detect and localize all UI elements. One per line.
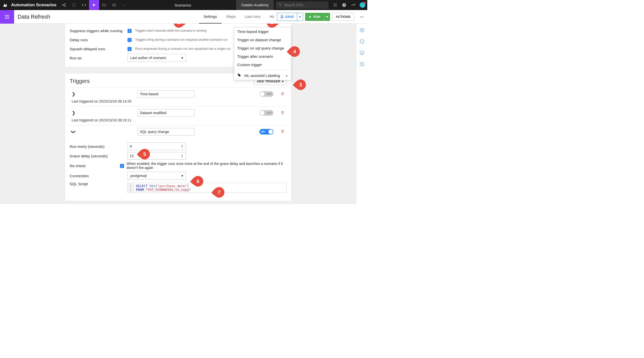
caret-down-icon: ▾	[181, 56, 183, 60]
stepper-icon[interactable]: ▲▼	[181, 154, 185, 158]
delete-trigger-button[interactable]	[278, 111, 287, 115]
tab-history[interactable]: History	[265, 10, 274, 24]
center-nav[interactable]: Scenarios	[129, 3, 236, 7]
back-arrow-icon[interactable]: ←	[357, 14, 367, 20]
project-name[interactable]: Automation Scenarios	[10, 3, 59, 8]
add-trigger-dropdown: Time-based trigger Trigger on dataset ch…	[234, 27, 291, 80]
right-rail	[356, 24, 367, 204]
run-every-input[interactable]: 9▲▼	[128, 143, 186, 150]
info-circle-icon[interactable]	[359, 39, 365, 45]
play-icon[interactable]	[89, 0, 99, 10]
trigger-name-input[interactable]: SQL query change	[138, 128, 194, 136]
suppress-help: Triggers don't execute while the scenari…	[135, 29, 207, 32]
trigger-row: ❯ Time-based OFF Last triggered on 2023/…	[70, 87, 287, 106]
trigger-toggle[interactable]: OFF	[259, 91, 273, 97]
dataiku-logo[interactable]	[0, 3, 10, 8]
delete-trigger-button[interactable]	[278, 92, 287, 96]
code-icon[interactable]	[79, 0, 89, 10]
main: Suppress triggers while running ✓ Trigge…	[0, 24, 367, 204]
tab-steps[interactable]: Steps	[222, 10, 240, 24]
trend-icon[interactable]	[349, 3, 358, 7]
help-icon[interactable]: ?	[340, 3, 349, 7]
folder-icon[interactable]	[99, 0, 109, 10]
svg-point-7	[335, 4, 336, 4]
tab-settings[interactable]: Settings	[199, 10, 222, 24]
callout-4: 4	[289, 46, 300, 57]
callout-5: 5	[139, 149, 150, 159]
scenarios-list-icon[interactable]	[0, 10, 14, 24]
flow-icon[interactable]	[69, 0, 79, 10]
tags-icon	[237, 73, 241, 78]
delete-trigger-button[interactable]	[278, 130, 287, 134]
last-triggered-text: Last triggered on 2023/10/16 08:14:25	[70, 98, 287, 104]
academy-label[interactable]: Dataiku Academy	[236, 0, 274, 10]
trigger-name-input[interactable]: Dataset modified	[138, 109, 194, 117]
trigger-toggle[interactable]: ON	[259, 129, 273, 135]
triggers-title: Triggers	[70, 78, 90, 84]
squash-checkbox[interactable]: ✓	[128, 47, 132, 51]
runas-select[interactable]: Last author of scenario▾	[128, 54, 186, 62]
stepper-icon[interactable]: ▲▼	[181, 144, 185, 148]
svg-point-3	[72, 4, 75, 7]
chat-circle-icon[interactable]	[359, 50, 365, 57]
trigger-row: ❯ Dataset modified OFF Last triggered on…	[70, 106, 287, 125]
expand-icon[interactable]: ❯	[70, 110, 77, 116]
tab-last-runs[interactable]: Last runs	[240, 10, 265, 24]
chevron-right-icon: ▸	[286, 73, 288, 78]
dropdown-ml-labeling[interactable]: ML-assisted Labeling ▸	[234, 71, 291, 80]
squash-help: Runs enqueued during a scenario run are …	[135, 47, 231, 51]
callout-6: 6	[193, 176, 203, 187]
suppress-label: Suppress triggers while running	[70, 29, 128, 33]
svg-text:?: ?	[343, 4, 345, 7]
collapse-icon[interactable]: ❯	[71, 128, 76, 136]
delay-checkbox[interactable]: ✓	[128, 38, 132, 42]
svg-point-8	[336, 4, 337, 4]
user-avatar[interactable]	[360, 2, 365, 8]
sql-script-label: SQL Script	[70, 182, 127, 186]
run-button[interactable]: RUN ▾	[305, 13, 330, 21]
dropdown-custom[interactable]: Custom trigger	[234, 61, 291, 69]
run-caret[interactable]: ▾	[324, 13, 330, 21]
svg-point-14	[336, 6, 337, 7]
apps-icon[interactable]	[331, 3, 340, 7]
recheck-label: Re-check	[70, 164, 120, 168]
svg-rect-4	[113, 4, 116, 6]
add-circle-icon[interactable]	[359, 28, 365, 34]
svg-point-10	[335, 5, 336, 6]
runas-label: Run as	[70, 56, 128, 60]
share-icon[interactable]	[59, 0, 69, 10]
dropdown-after-scenario[interactable]: Trigger after scenario	[234, 52, 291, 61]
run-every-label: Run every (seconds)	[70, 144, 128, 149]
suppress-checkbox[interactable]: ✓	[128, 29, 132, 33]
svg-point-1	[65, 4, 65, 4]
save-caret[interactable]: ▾	[297, 13, 303, 21]
dropdown-time-based[interactable]: Time-based trigger	[234, 27, 291, 36]
dropdown-sql-change[interactable]: Trigger on sql query change	[234, 44, 291, 52]
last-triggered-text: Last triggered on 2023/10/16 08:19:11	[70, 117, 287, 123]
svg-point-5	[279, 4, 281, 6]
svg-point-11	[336, 5, 337, 6]
recheck-help: When enabled, the trigger runs once more…	[127, 162, 287, 170]
actions-button[interactable]: ACTIONS	[332, 13, 354, 21]
save-button[interactable]: SAVE ▾	[277, 13, 303, 21]
expand-icon[interactable]: ❯	[70, 91, 77, 97]
content-area: Suppress triggers while running ✓ Trigge…	[0, 24, 356, 204]
recheck-checkbox[interactable]: ✓	[120, 164, 124, 168]
trigger-name-input[interactable]: Time-based	[138, 90, 194, 98]
clock-circle-icon[interactable]	[359, 62, 365, 68]
gutter: 12	[128, 183, 134, 193]
more-icon[interactable]: ⋯	[119, 0, 129, 10]
search-icon	[278, 3, 282, 7]
dropdown-dataset-change[interactable]: Trigger on dataset change	[234, 36, 291, 44]
trigger-toggle[interactable]: OFF	[259, 110, 273, 116]
search-input[interactable]: Search DSS...	[276, 1, 329, 9]
callout-7: 7	[214, 187, 224, 198]
dashboard-icon[interactable]	[109, 0, 119, 10]
caret-down-icon: ▾	[181, 174, 183, 178]
sql-editor[interactable]: 12 SELECT MAX("purchase_date") FROM "TUT…	[127, 183, 287, 193]
grace-delay-label: Grace delay (seconds)	[70, 154, 128, 158]
connection-label: Connection	[70, 174, 128, 178]
topbar: Automation Scenarios ⋯ Scenarios Dataiku…	[0, 0, 367, 10]
search-placeholder: Search DSS...	[284, 3, 306, 7]
connection-select[interactable]: postgresql▾	[128, 172, 186, 180]
